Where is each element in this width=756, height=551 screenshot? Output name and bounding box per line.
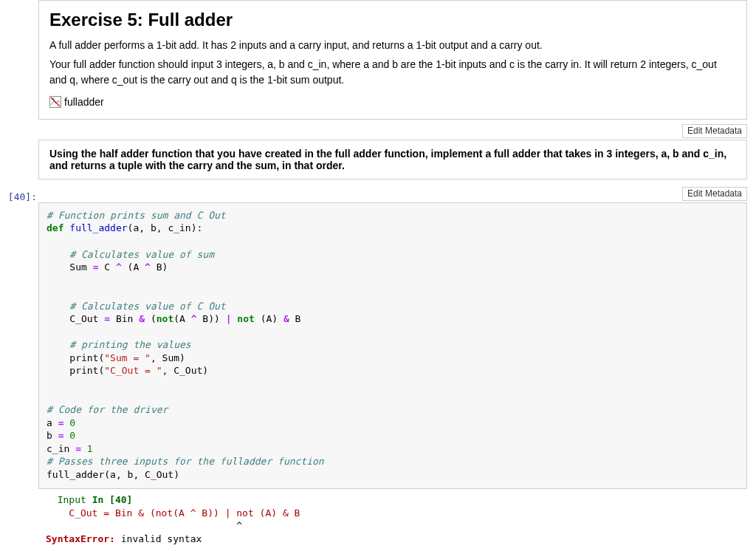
code-text: , Sum) bbox=[151, 352, 185, 363]
code-comment: # Calculates value of sum bbox=[69, 249, 214, 260]
code-text: ( bbox=[145, 313, 157, 324]
code-text: B bbox=[289, 313, 301, 324]
exercise-heading: Exercise 5: Full adder bbox=[49, 10, 736, 30]
markdown-cell-instructions: Edit Metadata Using the half adder funct… bbox=[38, 124, 747, 179]
code-text: C_Out bbox=[47, 313, 104, 324]
operator: ^ bbox=[116, 261, 122, 273]
code-text: Bin bbox=[110, 313, 139, 324]
code-output-area: Input In [40] C_Out = Bin & (not(A ^ B))… bbox=[38, 489, 747, 548]
error-code-line: C_Out = Bin & (not(A ^ B)) | not (A) & B bbox=[46, 507, 300, 519]
instruction-text: Using the half adder function that you h… bbox=[38, 140, 747, 179]
exercise-paragraph-2: Your full adder function should input 3 … bbox=[49, 57, 736, 87]
operator: ^ bbox=[191, 313, 197, 324]
code-text: (A bbox=[122, 261, 145, 273]
number-literal: 1 bbox=[81, 443, 93, 454]
error-colon: : bbox=[109, 533, 115, 544]
code-cell: [40]: Edit Metadata # Function prints su… bbox=[38, 187, 747, 549]
operator: = bbox=[75, 443, 81, 454]
code-comment: # Passes three inputs for the fulladder … bbox=[47, 456, 324, 467]
operator: ^ bbox=[145, 261, 151, 273]
code-text: Sum bbox=[47, 261, 93, 273]
keyword-not: not bbox=[237, 313, 254, 324]
string-literal: "Sum = " bbox=[104, 352, 151, 363]
code-input-area[interactable]: # Function prints sum and C Out def full… bbox=[38, 202, 747, 489]
error-input-ref: In [40] bbox=[92, 494, 133, 505]
code-comment: # Code for the driver bbox=[47, 404, 168, 415]
number-literal: 0 bbox=[63, 430, 75, 441]
error-type: SyntaxError bbox=[46, 533, 109, 544]
code-text: a bbox=[47, 417, 58, 428]
code-text: print( bbox=[47, 365, 104, 376]
code-text: B) bbox=[151, 261, 168, 273]
error-input-label: Input bbox=[46, 494, 92, 505]
code-text: , C_Out) bbox=[162, 365, 209, 376]
error-message: invalid syntax bbox=[115, 533, 202, 544]
code-text: (A bbox=[173, 313, 190, 324]
number-literal: 0 bbox=[63, 417, 75, 428]
code-text: B)) bbox=[197, 313, 226, 324]
code-text: c_in bbox=[47, 443, 75, 454]
code-text: b bbox=[47, 430, 58, 441]
code-text: full_adder(a, b, C_Out) bbox=[47, 469, 179, 480]
code-text: print( bbox=[47, 352, 104, 363]
keyword-def: def bbox=[47, 222, 63, 233]
code-text: (a, b, c_in): bbox=[128, 222, 203, 233]
exercise-paragraph-1: A full adder performs a 1-bit add. It ha… bbox=[49, 38, 736, 52]
string-literal: "C_Out = " bbox=[104, 365, 162, 376]
markdown-cell-exercise: Exercise 5: Full adder A full adder perf… bbox=[38, 0, 747, 120]
edit-metadata-button[interactable]: Edit Metadata bbox=[682, 187, 747, 201]
operator: & bbox=[139, 313, 145, 324]
operator: = bbox=[104, 313, 110, 324]
broken-image-placeholder: fulladder bbox=[49, 96, 104, 108]
error-caret: ^ bbox=[46, 520, 242, 531]
operator: & bbox=[284, 313, 289, 324]
code-text: C bbox=[98, 261, 115, 273]
edit-metadata-button[interactable]: Edit Metadata bbox=[682, 124, 747, 138]
input-prompt: [40]: bbox=[0, 188, 37, 203]
markdown-rendered: Exercise 5: Full adder A full adder perf… bbox=[38, 0, 747, 120]
code-comment: # printing the values bbox=[69, 339, 190, 350]
keyword-not: not bbox=[157, 313, 173, 324]
svg-line-2 bbox=[51, 97, 60, 106]
broken-image-icon bbox=[49, 96, 61, 108]
code-comment: # Function prints sum and C Out bbox=[47, 210, 226, 221]
code-comment: # Calculates value of C Out bbox=[69, 301, 225, 312]
function-name: full_adder bbox=[69, 222, 127, 233]
code-text: (A) bbox=[255, 313, 284, 324]
broken-image-alt: fulladder bbox=[64, 96, 104, 108]
operator: | bbox=[226, 313, 232, 324]
